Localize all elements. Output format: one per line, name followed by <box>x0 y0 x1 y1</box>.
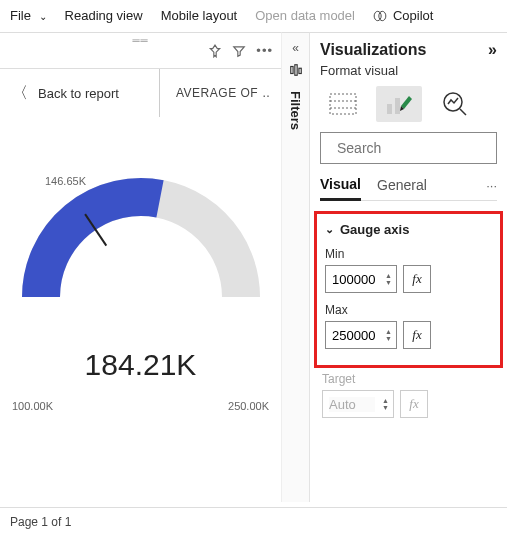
svg-point-1 <box>379 11 386 20</box>
svg-rect-4 <box>294 65 296 76</box>
max-spinner[interactable]: ▲▼ <box>385 328 392 342</box>
chevron-down-icon: ⌄ <box>325 223 334 236</box>
pin-icon[interactable] <box>208 44 222 58</box>
tabs-more-icon[interactable]: ··· <box>486 178 497 199</box>
max-field-group: Max ▲▼ fx <box>325 303 492 349</box>
gauge-min-label: 100.00K <box>12 400 53 412</box>
visual-subheader: 〈 Back to report AVERAGE OF … <box>0 69 281 117</box>
max-input-wrap[interactable]: ▲▼ <box>325 321 397 349</box>
max-input[interactable] <box>332 328 378 343</box>
target-fx-button: fx <box>400 390 428 418</box>
gauge-value-label: 184.21K <box>85 348 197 382</box>
chevron-down-icon: ⌄ <box>39 11 47 22</box>
target-input <box>329 397 375 412</box>
filter-icon[interactable] <box>232 44 246 58</box>
format-search[interactable] <box>320 132 497 164</box>
gauge-max-label: 250.00K <box>228 400 269 412</box>
format-mode-row <box>320 86 497 122</box>
pane-title: Visualizations <box>320 41 426 59</box>
visualizations-pane: Visualizations » Format visual Visual Ge… <box>309 32 507 502</box>
min-input-wrap[interactable]: ▲▼ <box>325 265 397 293</box>
copilot-icon <box>373 9 387 23</box>
expand-pane-icon[interactable]: » <box>488 41 497 59</box>
svg-rect-6 <box>330 94 356 114</box>
format-search-input[interactable] <box>337 140 507 156</box>
gauge-chart <box>21 177 261 317</box>
more-options-icon[interactable]: ••• <box>256 43 273 58</box>
max-fx-button[interactable]: fx <box>403 321 431 349</box>
min-spinner[interactable]: ▲▼ <box>385 272 392 286</box>
filters-rail-label: Filters <box>288 91 303 130</box>
file-menu-label: File <box>10 8 31 23</box>
collapse-filters-icon[interactable]: « <box>292 41 299 55</box>
format-tabs: Visual General ··· <box>320 176 497 201</box>
back-to-report-button[interactable]: 〈 Back to report <box>12 83 119 104</box>
filters-pane-icon[interactable] <box>289 63 303 77</box>
tab-visual[interactable]: Visual <box>320 176 361 201</box>
report-canvas: ══ ••• 〈 Back to report AVERAGE OF … <box>0 32 281 502</box>
min-label: Min <box>325 247 492 261</box>
paint-chart-icon <box>385 92 413 116</box>
pane-subtitle: Format visual <box>320 63 497 78</box>
filters-rail: « Filters <box>281 32 309 502</box>
gauge-visual[interactable]: 146.65K 184.21K 100.00K 250.00K <box>0 117 281 502</box>
chevron-left-icon: 〈 <box>12 83 28 104</box>
gauge-target-label: 146.65K <box>45 175 86 187</box>
highlighted-region: ⌄ Gauge axis Min ▲▼ fx Max <box>314 211 503 368</box>
section-gauge-axis-label: Gauge axis <box>340 222 409 237</box>
svg-rect-5 <box>298 68 300 73</box>
reading-view-button[interactable]: Reading view <box>65 8 143 23</box>
file-menu[interactable]: File ⌄ <box>10 8 47 23</box>
svg-rect-9 <box>387 104 392 114</box>
mobile-layout-button[interactable]: Mobile layout <box>161 8 238 23</box>
visual-header: ══ ••• <box>0 33 281 69</box>
svg-point-0 <box>374 11 381 20</box>
target-input-wrap: ▲▼ <box>322 390 394 418</box>
copilot-label: Copilot <box>393 8 433 23</box>
copilot-button[interactable]: Copilot <box>373 8 433 23</box>
tab-general[interactable]: General <box>377 177 427 199</box>
magnifier-chart-icon <box>442 91 468 117</box>
visual-title: AVERAGE OF … <box>159 69 269 117</box>
analytics-mode[interactable] <box>432 86 478 122</box>
grid-icon <box>329 93 357 115</box>
build-visual-mode[interactable] <box>320 86 366 122</box>
min-input[interactable] <box>332 272 378 287</box>
target-field-group: Target ▲▼ fx <box>320 368 497 428</box>
page-indicator: Page 1 of 1 <box>10 515 71 529</box>
max-label: Max <box>325 303 492 317</box>
format-visual-mode[interactable] <box>376 86 422 122</box>
top-toolbar: File ⌄ Reading view Mobile layout Open d… <box>0 0 507 32</box>
status-bar: Page 1 of 1 <box>0 507 507 535</box>
open-data-model-button: Open data model <box>255 8 355 23</box>
svg-rect-10 <box>395 98 400 114</box>
svg-line-12 <box>460 109 466 115</box>
min-fx-button[interactable]: fx <box>403 265 431 293</box>
back-label: Back to report <box>38 86 119 101</box>
min-field-group: Min ▲▼ fx <box>325 247 492 293</box>
svg-rect-3 <box>290 67 292 74</box>
section-gauge-axis[interactable]: ⌄ Gauge axis <box>325 222 492 237</box>
target-label: Target <box>322 372 495 386</box>
target-spinner: ▲▼ <box>382 397 389 411</box>
